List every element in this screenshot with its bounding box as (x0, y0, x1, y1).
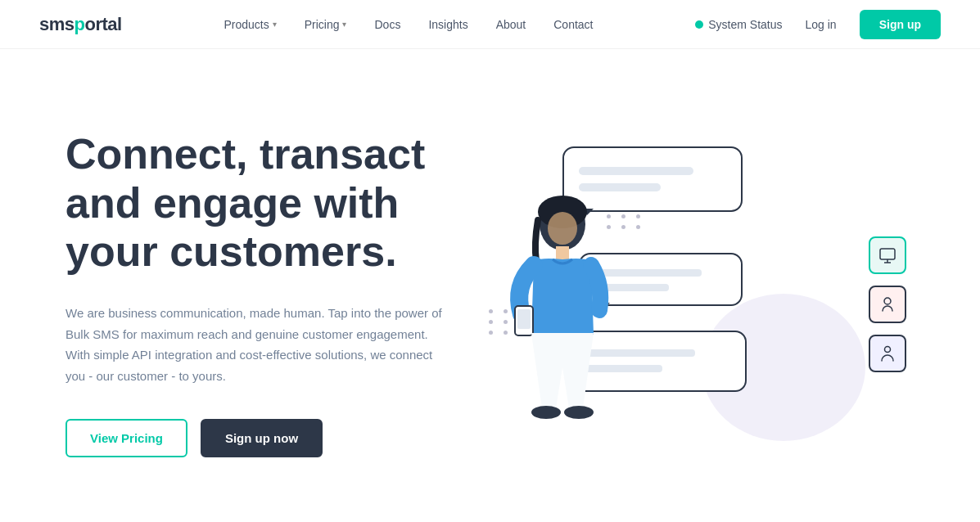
svg-point-16 (548, 212, 577, 245)
nav-right: System Status Log in Sign up (695, 10, 941, 39)
svg-rect-13 (517, 309, 531, 329)
notif-icon-3 (869, 335, 906, 372)
chevron-down-icon: ▾ (273, 20, 277, 29)
signup-now-button[interactable]: Sign up now (201, 419, 323, 457)
system-status[interactable]: System Status (695, 18, 782, 31)
notif-icon-2 (869, 286, 906, 323)
nav-docs[interactable]: Docs (363, 11, 412, 38)
logo-sms: sms (39, 14, 75, 34)
svg-rect-6 (880, 249, 895, 259)
person-2-icon (878, 344, 897, 363)
person-figure (497, 179, 628, 449)
svg-point-7 (884, 298, 891, 304)
signup-button[interactable]: Sign up (860, 10, 941, 39)
hero-illustration (472, 122, 915, 466)
hero-buttons: View Pricing Sign up now (65, 419, 472, 457)
nav-links: Products ▾ Pricing ▾ Docs Insights About… (212, 11, 604, 38)
person-icon (878, 295, 897, 314)
nav-products[interactable]: Products ▾ (212, 11, 287, 38)
hero-section: Connect, transact and engage with your c… (0, 49, 980, 522)
nav-pricing[interactable]: Pricing ▾ (293, 11, 359, 38)
status-dot-icon (695, 20, 703, 29)
logo-dot: p (75, 14, 85, 34)
logo[interactable]: smsportal (39, 14, 122, 35)
view-pricing-button[interactable]: View Pricing (65, 419, 187, 457)
hero-content: Connect, transact and engage with your c… (65, 130, 472, 457)
nav-about[interactable]: About (485, 11, 538, 38)
hero-description: We are business communication, made huma… (65, 303, 442, 386)
svg-point-15 (564, 406, 594, 419)
svg-rect-0 (579, 167, 693, 175)
logo-portal: ortal (85, 14, 122, 34)
svg-rect-11 (556, 246, 569, 261)
hero-title: Connect, transact and engage with your c… (65, 130, 472, 277)
nav-contact[interactable]: Contact (542, 11, 604, 38)
notif-icon-1 (869, 236, 906, 274)
svg-point-8 (885, 347, 891, 353)
nav-insights[interactable]: Insights (417, 11, 479, 38)
svg-point-14 (531, 406, 561, 419)
computer-icon (878, 245, 897, 265)
navbar: smsportal Products ▾ Pricing ▾ Docs Insi… (0, 0, 980, 49)
chevron-down-icon: ▾ (342, 20, 346, 29)
login-button[interactable]: Log in (796, 11, 847, 38)
